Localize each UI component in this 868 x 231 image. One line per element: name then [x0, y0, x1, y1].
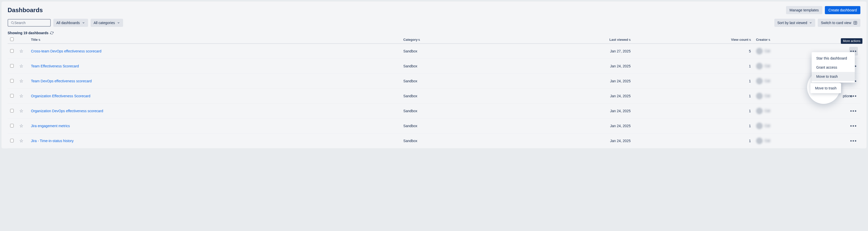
sort-button[interactable]: Sort by last viewed: [774, 19, 815, 27]
star-icon[interactable]: ☆: [19, 93, 23, 99]
star-icon[interactable]: ☆: [19, 48, 23, 54]
view-count-cell: 1: [633, 59, 753, 74]
column-view-count[interactable]: View count⇅: [633, 36, 753, 44]
creator-cell: Cat: [753, 104, 847, 119]
more-actions-button[interactable]: •••: [849, 122, 858, 130]
table-row: ☆ Cross-team DevOps effectiveness scorec…: [8, 44, 860, 59]
dashboard-title-link[interactable]: Organization Effectiveness Scorecard: [31, 94, 90, 98]
row-checkbox[interactable]: [10, 64, 14, 68]
dashboard-title-link[interactable]: Organization DevOps effectiveness scorec…: [31, 109, 103, 113]
manage-templates-button[interactable]: Manage templates: [786, 6, 822, 14]
row-actions-menu: Star this dashboard Grant access Move to…: [812, 52, 855, 83]
ellipsis-icon: •••: [850, 138, 857, 143]
search-box[interactable]: [8, 19, 51, 27]
svg-line-1: [13, 24, 14, 24]
creator-name: Cat: [765, 94, 770, 98]
create-dashboard-button[interactable]: Create dashboard: [825, 6, 860, 14]
chevron-down-icon: [809, 21, 812, 24]
star-icon[interactable]: ☆: [19, 63, 23, 69]
row-checkbox[interactable]: [10, 109, 14, 112]
dashboard-title-link[interactable]: Team Effectiveness Scorecard: [31, 64, 79, 68]
select-all-checkbox[interactable]: [10, 37, 14, 41]
controls-row: All dashboards All categories Sort by la…: [8, 19, 860, 27]
ellipsis-icon: •••: [850, 123, 857, 128]
results-summary: Showing 19 dashboards: [8, 31, 860, 35]
row-checkbox[interactable]: [10, 139, 14, 142]
sort-icon: ⇅: [768, 38, 770, 41]
header-actions: Manage templates Create dashboard: [786, 6, 860, 14]
last-viewed-cell: Jan 24, 2025: [506, 119, 633, 133]
star-icon[interactable]: ☆: [19, 78, 23, 84]
controls-left: All dashboards All categories: [8, 19, 123, 27]
view-count-cell: 1: [633, 74, 753, 89]
last-viewed-cell: Jan 27, 2025: [506, 44, 633, 59]
table-row: ☆ Jira - Time-in-status history Sandbox …: [8, 133, 860, 148]
last-viewed-cell: Jan 24, 2025: [506, 104, 633, 119]
partial-text: ptions: [843, 94, 852, 98]
avatar: [756, 123, 763, 129]
table-row: ☆ Team DevOps effectiveness scorecard Sa…: [8, 74, 860, 89]
column-title[interactable]: Title⇅: [28, 36, 401, 44]
switch-view-label: Switch to card view: [821, 21, 851, 25]
table-row: ☆ Organization DevOps effectiveness scor…: [8, 104, 860, 119]
chevron-down-icon: [82, 21, 85, 24]
dashboards-panel: Dashboards Manage templates Create dashb…: [2, 2, 866, 148]
category-cell: Sandbox: [401, 133, 506, 148]
menu-star-dashboard[interactable]: Star this dashboard: [812, 54, 855, 63]
row-checkbox[interactable]: [10, 94, 14, 98]
star-icon[interactable]: ☆: [19, 108, 23, 114]
creator-name: Cat: [765, 124, 770, 128]
menu-move-to-trash[interactable]: Move to trash: [812, 72, 855, 81]
search-input[interactable]: [14, 21, 48, 25]
row-checkbox[interactable]: [10, 49, 14, 53]
sort-icon: ⇅: [418, 38, 420, 41]
page-title: Dashboards: [8, 7, 43, 14]
all-dashboards-filter[interactable]: All dashboards: [53, 19, 88, 27]
switch-view-button[interactable]: Switch to card view: [818, 19, 860, 27]
star-icon[interactable]: ☆: [19, 123, 23, 129]
category-cell: Sandbox: [401, 44, 506, 59]
search-icon: [11, 21, 14, 25]
last-viewed-cell: Jan 24, 2025: [506, 89, 633, 104]
last-viewed-cell: Jan 24, 2025: [506, 133, 633, 148]
all-categories-filter[interactable]: All categories: [91, 19, 123, 27]
creator-name: Cat: [765, 64, 770, 68]
column-last-viewed[interactable]: Last viewed⇅: [506, 36, 633, 44]
avatar: [756, 93, 763, 99]
creator-name: Cat: [765, 139, 770, 143]
view-count-cell: 1: [633, 133, 753, 148]
star-icon[interactable]: ☆: [19, 138, 23, 144]
more-actions-button[interactable]: •••: [849, 107, 858, 115]
last-viewed-cell: Jan 24, 2025: [506, 74, 633, 89]
avatar: [756, 78, 763, 84]
last-viewed-cell: Jan 24, 2025: [506, 59, 633, 74]
dashboard-title-link[interactable]: Jira - Time-in-status history: [31, 139, 73, 143]
table-row: ☆ Team Effectiveness Scorecard Sandbox J…: [8, 59, 860, 74]
column-creator[interactable]: Creator⇅: [753, 36, 847, 44]
summary-text: Showing 19 dashboards: [8, 31, 49, 35]
sort-icon: ⇅: [38, 38, 40, 41]
dashboard-title-link[interactable]: Team DevOps effectiveness scorecard: [31, 79, 92, 83]
more-actions-button[interactable]: •••: [849, 137, 858, 145]
menu-grant-access[interactable]: Grant access: [812, 63, 855, 72]
row-checkbox[interactable]: [10, 79, 14, 83]
creator-name: Cat: [765, 49, 770, 53]
view-count-cell: 5: [633, 44, 753, 59]
table-row: ☆ Jira engagement metrics Sandbox Jan 24…: [8, 119, 860, 133]
dashboard-title-link[interactable]: Cross-team DevOps effectiveness scorecar…: [31, 49, 101, 53]
category-cell: Sandbox: [401, 59, 506, 74]
avatar: [756, 138, 763, 144]
dashboards-table: Title⇅ Category⇅ Last viewed⇅ View count…: [8, 36, 860, 148]
dashboard-title-link[interactable]: Jira engagement metrics: [31, 124, 70, 128]
sort-label: Sort by last viewed: [777, 21, 807, 25]
row-checkbox[interactable]: [10, 124, 14, 127]
ellipsis-icon: •••: [850, 108, 857, 113]
category-cell: Sandbox: [401, 74, 506, 89]
view-count-cell: 1: [633, 104, 753, 119]
column-category[interactable]: Category⇅: [401, 36, 506, 44]
refresh-icon[interactable]: [50, 31, 54, 35]
filter-label: All dashboards: [56, 21, 80, 25]
filter-label: All categories: [94, 21, 115, 25]
category-cell: Sandbox: [401, 104, 506, 119]
sort-icon: ⇅: [629, 38, 631, 41]
